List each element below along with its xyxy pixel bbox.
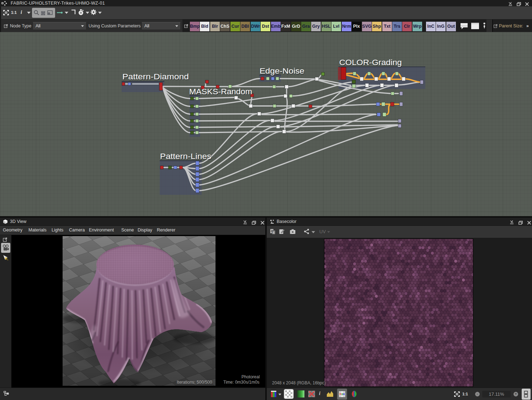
svg-text:B: B bbox=[343, 393, 345, 395]
svg-text:MASKS-Random: MASKS-Random bbox=[189, 87, 252, 96]
svg-text:COLOR-Grading: COLOR-Grading bbox=[339, 58, 402, 67]
svg-text:Pattern-Diamond: Pattern-Diamond bbox=[122, 73, 189, 81]
svg-text:A: A bbox=[271, 230, 273, 232]
svg-text:Edge-Noise: Edge-Noise bbox=[260, 67, 304, 75]
svg-text:Pattern-Lines: Pattern-Lines bbox=[160, 152, 211, 161]
svg-text:R: R bbox=[340, 393, 341, 395]
svg-text:B: B bbox=[273, 231, 275, 234]
